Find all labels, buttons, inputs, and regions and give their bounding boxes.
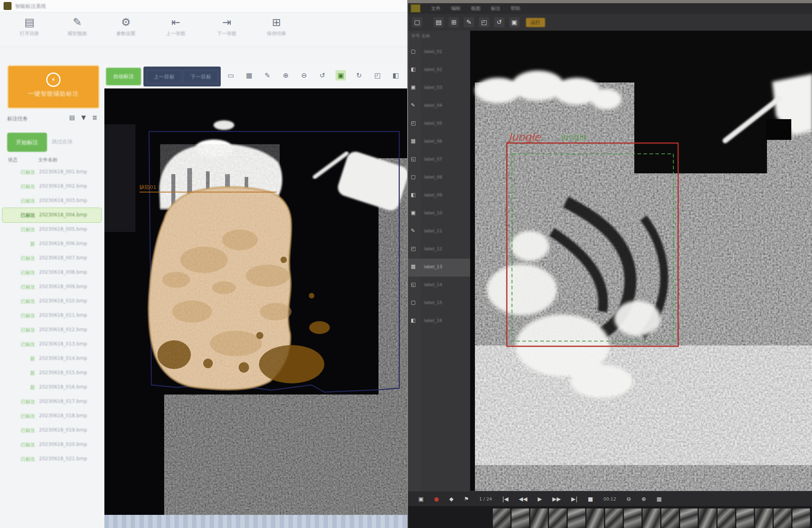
- toolbar-button[interactable]: ✎ 模型预测: [59, 16, 96, 45]
- frame-thumbnail[interactable]: [624, 508, 641, 528]
- transport-control[interactable]: ▶|: [571, 496, 577, 502]
- label-list-row[interactable]: ◧ label_09: [408, 187, 470, 205]
- canvas-tool-icon[interactable]: ◧: [390, 70, 401, 80]
- transport-control[interactable]: ■: [588, 496, 593, 502]
- frame-thumbnail[interactable]: [661, 508, 679, 528]
- layers-icon[interactable]: ▣: [509, 17, 520, 27]
- frame-thumbnail[interactable]: [736, 508, 754, 528]
- file-list-row[interactable]: 新 20230618_014.bmp: [2, 351, 101, 366]
- label-list-row[interactable]: ▦ label_13: [408, 259, 470, 277]
- toolbar-button[interactable]: ⇥ 下一张图: [208, 16, 245, 45]
- toolbar-button[interactable]: ⊞ 保存结果: [258, 16, 295, 45]
- label-list-row[interactable]: ◰ label_12: [408, 241, 470, 259]
- file-list-row[interactable]: 已标注 20230618_013.bmp: [2, 337, 101, 351]
- menu-item[interactable]: 编辑: [451, 5, 461, 12]
- frame-thumbnail[interactable]: [586, 508, 604, 528]
- label-list-row[interactable]: ◰ label_05: [408, 115, 470, 133]
- run-button[interactable]: 运行: [526, 18, 545, 27]
- file-list-row[interactable]: 已标注 20230618_010.bmp: [2, 294, 101, 308]
- file-list-row[interactable]: 已标注 20230618_018.bmp: [2, 409, 101, 423]
- frame-thumbnail[interactable]: [718, 508, 735, 528]
- transport-control[interactable]: ●: [434, 496, 439, 502]
- label-list-row[interactable]: ◱ label_07: [408, 151, 470, 169]
- frame-thumbnail[interactable]: [699, 508, 716, 528]
- transport-control[interactable]: ⊕: [641, 496, 646, 502]
- label-list-row[interactable]: ▣ label_03: [408, 79, 470, 97]
- file-list-row[interactable]: 已标注 20230618_021.bmp: [2, 452, 101, 466]
- toolbar-button[interactable]: ▤ 打开目录: [11, 16, 48, 45]
- meta-icon[interactable]: ▼: [81, 114, 86, 121]
- meta-icon[interactable]: ▤: [69, 114, 75, 121]
- transport-control[interactable]: ◀◀: [519, 496, 528, 502]
- file-list-row[interactable]: 已标注 20230618_020.bmp: [2, 438, 101, 452]
- file-list-row[interactable]: 已标注 20230618_009.bmp: [2, 280, 101, 294]
- canvas-tool-icon[interactable]: ◰: [372, 70, 382, 80]
- label-list-row[interactable]: ✎ label_04: [408, 97, 470, 115]
- file-list-row[interactable]: 已标注 20230618_012.bmp: [2, 323, 101, 337]
- menu-item[interactable]: 视图: [471, 5, 481, 12]
- transport-control[interactable]: ⚑: [464, 496, 469, 502]
- toolbar-button[interactable]: ⚙ 参数设置: [108, 16, 144, 45]
- transport-control[interactable]: ▣: [418, 496, 424, 502]
- file-list-row[interactable]: 新 20230618_006.bmp: [2, 237, 101, 251]
- transport-control[interactable]: 1 / 24: [479, 497, 492, 502]
- file-list-row[interactable]: 已标注 20230618_019.bmp: [2, 423, 101, 438]
- frame-thumbnail[interactable]: [512, 508, 529, 528]
- right-image-canvas[interactable]: Jungle jungle: [470, 31, 812, 491]
- label-list-row[interactable]: ✎ label_11: [408, 223, 470, 241]
- menu-item[interactable]: 标注: [491, 5, 500, 12]
- fit-icon[interactable]: ◰: [479, 17, 489, 27]
- file-list-row[interactable]: 已标注 20230618_011.bmp: [2, 308, 101, 323]
- transport-control[interactable]: ◆: [449, 496, 453, 502]
- frame-thumbnail[interactable]: [568, 508, 585, 528]
- left-canvas-scrollbar[interactable]: [104, 515, 407, 528]
- auto-label-button[interactable]: 自动标注: [106, 68, 141, 85]
- file-list-row[interactable]: 已标注 20230618_001.bmp: [2, 165, 101, 179]
- file-list-row[interactable]: 新 20230618_015.bmp: [2, 366, 101, 380]
- label-list-row[interactable]: ▢ label_15: [408, 294, 470, 312]
- new-doc-icon[interactable]: ▢: [412, 17, 422, 27]
- frame-thumbnail[interactable]: [605, 508, 623, 528]
- frame-thumbnail[interactable]: [774, 508, 791, 528]
- label-list-row[interactable]: ▦ label_06: [408, 133, 470, 151]
- canvas-tool-icon[interactable]: ✎: [262, 70, 273, 80]
- smart-assist-button[interactable]: ⚡ 一键智能辅助标注: [7, 65, 100, 109]
- transport-control[interactable]: ▶▶: [552, 496, 561, 502]
- file-list-row[interactable]: 新 20230618_016.bmp: [2, 380, 101, 395]
- label-list-row[interactable]: ◧ label_02: [408, 61, 470, 79]
- canvas-tool-icon[interactable]: ↺: [317, 70, 328, 80]
- label-list-row[interactable]: ▣ label_10: [408, 205, 470, 223]
- label-list-row[interactable]: ◧ label_16: [408, 312, 470, 330]
- transport-control[interactable]: |◀: [502, 496, 508, 502]
- next-target-button[interactable]: 下一目标: [183, 70, 218, 84]
- toolbar-button[interactable]: ⇤ 上一张图: [157, 16, 194, 45]
- canvas-tool-icon[interactable]: ▣: [335, 70, 346, 80]
- canvas-tool-icon[interactable]: ↻: [354, 70, 364, 80]
- frame-thumbnail[interactable]: [680, 508, 698, 528]
- canvas-tool-icon[interactable]: ▭: [226, 70, 236, 80]
- frame-thumbnail[interactable]: [755, 508, 773, 528]
- frame-thumbnail[interactable]: [643, 508, 660, 528]
- meta-icon[interactable]: ≣: [92, 114, 97, 121]
- frame-thumbnail[interactable]: [530, 508, 548, 528]
- label-list-row[interactable]: ◱ label_14: [408, 277, 470, 294]
- file-list-row[interactable]: 已标注 20230618_017.bmp: [2, 395, 101, 409]
- prev-target-button[interactable]: 上一目标: [147, 70, 182, 84]
- left-image-canvas[interactable]: 缺陷01: [104, 88, 407, 515]
- transport-control[interactable]: ⊖: [626, 496, 631, 502]
- menu-item[interactable]: 帮助: [511, 5, 520, 12]
- start-annotation-button[interactable]: 开始标注: [7, 133, 47, 152]
- save-icon[interactable]: ⊞: [449, 17, 459, 27]
- transport-control[interactable]: 00:12: [604, 497, 616, 502]
- file-list-row[interactable]: 已标注 20230618_005.bmp: [2, 222, 101, 237]
- label-list-row[interactable]: ▢ label_01: [408, 43, 470, 61]
- frame-thumbnail[interactable]: [549, 508, 567, 528]
- canvas-tool-icon[interactable]: ▦: [244, 70, 254, 80]
- open-icon[interactable]: ▤: [433, 17, 444, 27]
- undo-icon[interactable]: ↺: [494, 17, 504, 27]
- file-list-row[interactable]: 已标注 20230618_008.bmp: [2, 265, 101, 280]
- skip-image-button[interactable]: 跳过此张: [52, 138, 88, 145]
- file-list-row[interactable]: 已标注 20230618_007.bmp: [2, 251, 101, 265]
- label-list-row[interactable]: ▢ label_08: [408, 169, 470, 187]
- file-list-row[interactable]: 已标注 20230618_002.bmp: [2, 179, 101, 194]
